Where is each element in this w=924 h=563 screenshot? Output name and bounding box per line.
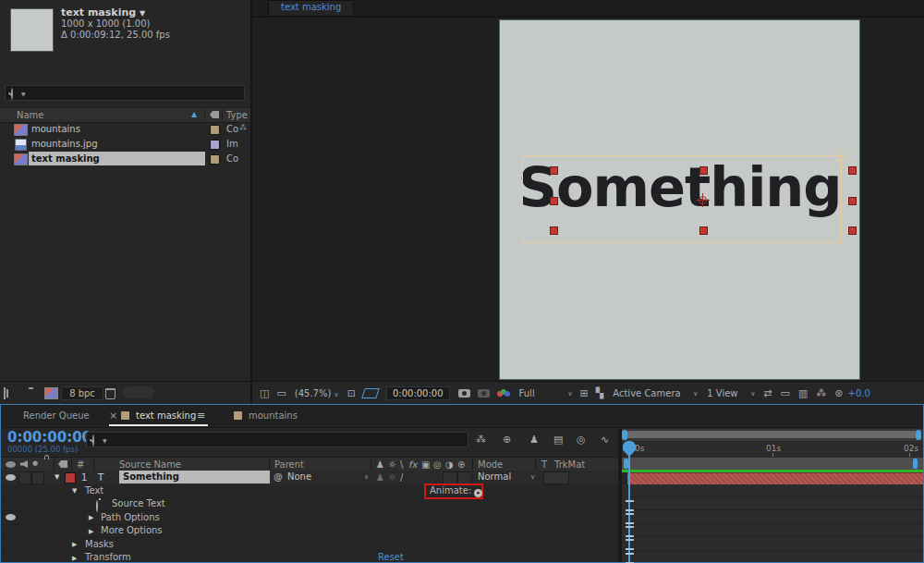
column-t[interactable]: T	[541, 459, 547, 470]
property-row-path-options[interactable]: ▶ Path Options	[1, 511, 618, 525]
tab-mountains[interactable]: mountains	[249, 410, 298, 421]
reset-exposure-icon[interactable]: ⊛	[834, 387, 843, 399]
tab-render-queue[interactable]: Render Queue	[23, 410, 90, 421]
navigator-bar[interactable]	[626, 431, 918, 438]
selection-bounding-box[interactable]	[522, 155, 842, 243]
blend-mode-dropdown[interactable]: Normal ∨	[478, 471, 535, 482]
snapshot-camera-icon[interactable]	[458, 389, 470, 398]
bit-depth-button[interactable]: 8 bpc	[61, 386, 103, 400]
expand-closed-icon[interactable]: ▶	[89, 528, 93, 535]
label-color-swatch[interactable]	[210, 125, 220, 135]
view-layout-dropdown[interactable]: 1 View ∨	[707, 388, 755, 398]
show-snapshot-icon[interactable]	[478, 389, 490, 398]
tab-menu-icon[interactable]: ≡	[197, 410, 205, 422]
column-type[interactable]: Type	[226, 110, 248, 120]
timeline-splitter[interactable]	[618, 429, 622, 562]
transparency-grid-icon[interactable]: ▚	[596, 387, 603, 399]
property-label[interactable]: Text	[85, 485, 103, 496]
main-monitor-icon[interactable]: ▭	[276, 387, 286, 399]
selection-handle[interactable]	[550, 166, 558, 175]
label-column-tag-icon[interactable]	[210, 111, 219, 118]
selection-handle[interactable]	[848, 166, 857, 175]
selection-handle[interactable]	[699, 166, 708, 175]
comp-title-chevron-icon[interactable]: ▼	[140, 9, 145, 18]
parent-dropdown[interactable]: None ∨	[287, 471, 369, 482]
motion-blur-icon[interactable]: ◎	[577, 434, 586, 446]
project-thumbnail[interactable]	[10, 8, 54, 52]
property-row-more-options[interactable]: ▶ More Options	[1, 525, 618, 538]
timeline-navigator-band[interactable]	[622, 429, 923, 441]
timeline-search-input[interactable]: ▼	[86, 432, 468, 447]
layer-row[interactable]: ▼ 1 T Something @ None ∨ ♟ ☼ / Normal ∨	[1, 471, 618, 485]
selection-handle[interactable]	[848, 197, 857, 205]
label-color-swatch[interactable]	[210, 140, 220, 150]
navigator-start-handle[interactable]	[622, 430, 627, 440]
timeline-button-icon[interactable]: ▥	[798, 387, 808, 399]
trash-icon[interactable]	[105, 388, 116, 399]
camera-dropdown[interactable]: Active Camera ∨	[613, 388, 698, 398]
timeline-track-area[interactable]	[622, 484, 923, 562]
layer-collapse-icon[interactable]: ☼	[388, 472, 396, 483]
project-search-input[interactable]: ▼	[5, 85, 245, 101]
new-composition-icon[interactable]	[44, 387, 58, 399]
expand-closed-icon[interactable]: ▶	[72, 555, 77, 562]
parent-pick-whip-icon[interactable]: @	[274, 471, 283, 482]
layer-shy-icon[interactable]: ♟	[376, 472, 384, 483]
property-label[interactable]: More Options	[101, 525, 163, 535]
comp-flowchart-icon[interactable]: ⁂	[816, 387, 826, 399]
column-source-name[interactable]: Source Name	[119, 459, 181, 470]
expand-closed-icon[interactable]: ▶	[89, 514, 93, 521]
project-item-text-masking-comp[interactable]: text masking Co	[0, 152, 250, 166]
sort-ascending-icon[interactable]: ▲	[191, 110, 197, 118]
transform-reset-link[interactable]: Reset	[378, 552, 404, 562]
animate-button[interactable]: Animate: ▸	[430, 485, 482, 497]
resolution-dropdown[interactable]: Full ∨	[519, 388, 573, 398]
column-name[interactable]: Name	[17, 110, 44, 120]
expand-closed-icon[interactable]: ▶	[72, 541, 77, 548]
layer-handle-circle[interactable]	[834, 152, 844, 161]
property-label[interactable]: Masks	[85, 539, 114, 549]
anchor-point-icon[interactable]	[697, 194, 709, 206]
shy-layers-icon[interactable]: ♟	[529, 434, 539, 446]
property-row-text[interactable]: ▼ Text Animate: ▸	[1, 484, 618, 498]
timeline-timecode[interactable]: 0:00:00:00	[7, 429, 91, 446]
animate-play-icon[interactable]: ▸	[474, 489, 482, 497]
project-item-mountains-jpg[interactable]: mountains.jpg Im	[0, 137, 250, 152]
property-row-masks[interactable]: ▶ Masks	[1, 538, 618, 552]
share-view-icon[interactable]: ⇄	[763, 387, 772, 399]
navigator-end-handle[interactable]	[916, 430, 921, 440]
label-color-swatch[interactable]	[210, 154, 220, 165]
viewer-tab-text-masking[interactable]: text masking	[268, 0, 354, 17]
property-eye-icon[interactable]	[6, 514, 16, 520]
graph-editor-icon[interactable]: ∿	[601, 434, 609, 446]
property-row-transform[interactable]: ▶ Transform Reset	[1, 552, 618, 563]
zoom-level-dropdown[interactable]: (45.7%) ∨	[295, 388, 339, 398]
comp-mini-flowchart-icon[interactable]: ⁂	[476, 434, 486, 446]
viewer-timecode[interactable]: 0:00:00:00	[386, 386, 450, 400]
grid-guides-icon[interactable]: ⊡	[347, 387, 356, 399]
layer-visibility-eye-icon[interactable]	[6, 474, 16, 481]
always-preview-icon[interactable]: ◫	[260, 387, 269, 399]
region-of-interest-icon[interactable]: ⊞	[580, 387, 589, 399]
selection-handle[interactable]	[550, 226, 558, 235]
layer-name[interactable]: Something	[123, 471, 179, 482]
selection-handle[interactable]	[699, 226, 708, 235]
frame-blending-icon[interactable]: ▤	[553, 434, 563, 446]
work-area-band[interactable]	[622, 458, 923, 470]
work-area-end-handle[interactable]	[913, 459, 918, 469]
selection-handle[interactable]	[550, 197, 558, 205]
project-item-mountains-comp[interactable]: mountains Co ⁂	[0, 122, 250, 137]
composition-canvas[interactable]: Something	[500, 20, 859, 379]
column-parent[interactable]: Parent	[274, 459, 304, 470]
close-icon[interactable]: ×	[109, 410, 117, 422]
layer-expand-icon[interactable]: ▼	[55, 473, 59, 481]
column-mode[interactable]: Mode	[478, 459, 503, 470]
property-label[interactable]: Transform	[85, 552, 131, 562]
fast-previews-icon[interactable]: ▭	[780, 387, 789, 399]
draft-3d-icon[interactable]: ⊕	[503, 434, 511, 446]
column-trkmat[interactable]: TrkMat	[554, 459, 585, 470]
mask-visibility-icon[interactable]	[361, 388, 380, 398]
layer-label-swatch[interactable]	[65, 472, 76, 483]
property-row-source-text[interactable]: Source Text	[1, 498, 618, 511]
exposure-value[interactable]: +0.0	[848, 388, 870, 398]
